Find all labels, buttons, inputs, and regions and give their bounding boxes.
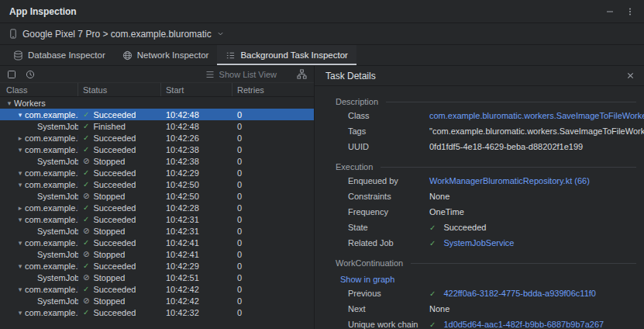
clock-icon[interactable] (26, 70, 35, 79)
column-header-retries[interactable]: Retries (232, 83, 314, 96)
class-name-text: Workers (14, 99, 46, 108)
chevron-down-icon[interactable]: ▾ (15, 146, 25, 154)
cell-class: ▸com.example.bl (0, 132, 78, 144)
table-row[interactable]: ▾com.example.bl✓Succeeded10:42:310 (0, 213, 314, 225)
table-row[interactable]: SystemJobS⊘Stopped10:42:310 (0, 225, 314, 237)
show-in-graph-link[interactable]: Show in graph (340, 275, 394, 284)
chevron-down-icon[interactable]: ▾ (15, 286, 25, 293)
status-text: Succeeded (93, 110, 136, 119)
table-row[interactable]: SystemJobS⊘Stopped10:42:500 (0, 190, 314, 202)
cell-status (78, 97, 161, 109)
cell-status: ✓Succeeded (78, 202, 161, 213)
cell-status: ✓Succeeded (78, 144, 161, 155)
section-title: Description (336, 97, 636, 106)
cell-status: ✓Succeeded (78, 178, 161, 190)
app-inspection-window: App Inspection Google Pixel 7 Pro > com.… (0, 0, 644, 329)
status-text: Succeeded (93, 308, 136, 317)
cell-retries: 0 (232, 213, 314, 225)
status-text: Succeeded (93, 238, 136, 248)
device-process-selector[interactable]: Google Pixel 7 Pro > com.example.bluroma… (0, 23, 644, 45)
minimize-icon[interactable] (605, 7, 615, 16)
chevron-down-icon[interactable]: ▾ (5, 99, 14, 107)
table-row[interactable]: ▾com.example.bl✓Succeeded10:42:320 (0, 306, 314, 318)
class-name-text: com.example.bl (25, 203, 78, 213)
close-icon[interactable] (626, 71, 635, 80)
stopped-icon: ⊘ (83, 273, 89, 282)
table-row[interactable]: SystemJobS⊘Stopped10:42:420 (0, 295, 314, 306)
table-row[interactable]: ▸com.example.bl✓Succeeded10:42:260 (0, 132, 314, 144)
detail-row-class: Classcom.example.bluromatic.workers.Save… (336, 111, 636, 122)
tab-background-task-inspector[interactable]: Background Task Inspector (217, 45, 356, 65)
tab-database-inspector[interactable]: Database Inspector (5, 45, 114, 65)
chevron-down-icon[interactable]: ▾ (15, 239, 25, 247)
tab-network-inspector[interactable]: Network Inspector (114, 45, 218, 65)
status-text: Stopped (93, 192, 125, 201)
table-row[interactable]: ▾com.example.bl✓Succeeded10:42:480 (0, 109, 314, 120)
detail-text: None (429, 304, 449, 314)
success-check-icon: ✓ (83, 203, 89, 212)
more-vertical-icon[interactable] (625, 7, 635, 16)
chevron-down-icon[interactable]: ▾ (15, 111, 25, 119)
cell-retries: 0 (232, 283, 314, 295)
chevron-down-icon[interactable]: ▾ (15, 309, 25, 317)
table-row[interactable]: ▾com.example.bl✓Succeeded10:42:420 (0, 283, 314, 295)
success-check-icon: ✓ (83, 110, 89, 119)
detail-label: UUID (348, 142, 429, 153)
column-header-status[interactable]: Status (78, 83, 161, 96)
table-row[interactable]: ▾com.example.bl✓Succeeded10:42:290 (0, 167, 314, 178)
cell-start: 10:42:48 (161, 109, 232, 120)
detail-text: 0fd1fdf5-4e18-4629-beba-d88202f1e199 (429, 142, 583, 152)
detail-link[interactable]: com.example.bluromatic.workers.SaveImage… (429, 111, 644, 121)
cell-status: ⊘Stopped (78, 248, 161, 260)
detail-value: WorkManagerBluromaticRepository.kt (66) (429, 176, 590, 186)
cell-start (161, 97, 232, 109)
cell-retries: 0 (232, 167, 314, 178)
stop-icon[interactable] (7, 70, 16, 79)
table-row[interactable]: SystemJobS✓Finished10:42:480 (0, 120, 314, 132)
status-text: Succeeded (93, 215, 136, 224)
status-text: Succeeded (93, 285, 136, 294)
class-name-text: com.example.bl (25, 180, 78, 189)
table-row[interactable]: ▾com.example.bl✓Succeeded10:42:380 (0, 144, 314, 155)
table-row[interactable]: SystemJobS⊘Stopped10:42:380 (0, 155, 314, 167)
class-name-text: com.example.bl (25, 238, 78, 248)
cell-start: 10:42:38 (161, 144, 232, 155)
tab-label: Background Task Inspector (240, 50, 348, 60)
table-row[interactable]: SystemJobS⊘Stopped10:42:410 (0, 248, 314, 260)
table-group-row[interactable]: ▾Workers (0, 97, 314, 109)
chevron-down-icon[interactable]: ▾ (15, 216, 25, 223)
detail-link[interactable]: 1d0d5d64-aac1-482f-b9bb-6887b9b7a267 (443, 320, 604, 329)
list-view-icon[interactable] (205, 70, 215, 79)
detail-link[interactable]: 422ff0a6-3182-4775-bdda-a939f06c11f0 (443, 289, 596, 299)
table-row[interactable]: ▾com.example.bl✓Succeeded10:42:500 (0, 178, 314, 190)
tab-bar: Database InspectorNetwork InspectorBackg… (0, 45, 644, 66)
chevron-down-icon[interactable]: ▾ (15, 262, 25, 270)
chevron-down-icon[interactable]: ▾ (15, 169, 25, 177)
class-name-text: SystemJobS (37, 296, 78, 306)
table-row[interactable]: ▾com.example.bl✓Succeeded10:42:410 (0, 237, 314, 248)
column-header-start[interactable]: Start (161, 83, 232, 96)
task-table-body: ▾Workers▾com.example.bl✓Succeeded10:42:4… (0, 97, 314, 329)
table-row[interactable]: SystemJobS⊘Stopped10:42:510 (0, 272, 314, 283)
detail-link[interactable]: SystemJobService (443, 238, 514, 248)
chevron-down-icon[interactable]: ▾ (15, 181, 25, 189)
cell-retries: 0 (232, 178, 314, 190)
class-name-text: SystemJobS (37, 122, 78, 131)
task-list-panel: Show List View Class Status Start Retrie… (0, 66, 315, 329)
detail-link[interactable]: WorkManagerBluromaticRepository.kt (66) (429, 176, 590, 186)
status-text: Stopped (93, 157, 125, 166)
cell-start: 10:42:31 (161, 213, 232, 225)
success-check-icon: ✓ (83, 168, 89, 177)
detail-text: "com.example.bluromatic.workers.SaveImag… (429, 126, 644, 137)
table-row[interactable]: ▸com.example.bl✓Succeeded10:42:280 (0, 202, 314, 213)
chevron-right-icon[interactable]: ▸ (15, 204, 25, 212)
detail-text: None (429, 192, 449, 202)
table-row[interactable]: ▾com.example.bl✓Succeeded10:42:290 (0, 260, 314, 272)
column-header-class[interactable]: Class (0, 83, 78, 96)
status-text: Succeeded (93, 168, 136, 178)
detail-label: Next (348, 304, 429, 315)
detail-value: ✓422ff0a6-3182-4775-bdda-a939f06c11f0 (429, 289, 596, 299)
chevron-right-icon[interactable]: ▸ (15, 134, 25, 142)
graph-view-icon[interactable] (297, 69, 307, 79)
show-list-view-button[interactable]: Show List View (219, 70, 277, 79)
